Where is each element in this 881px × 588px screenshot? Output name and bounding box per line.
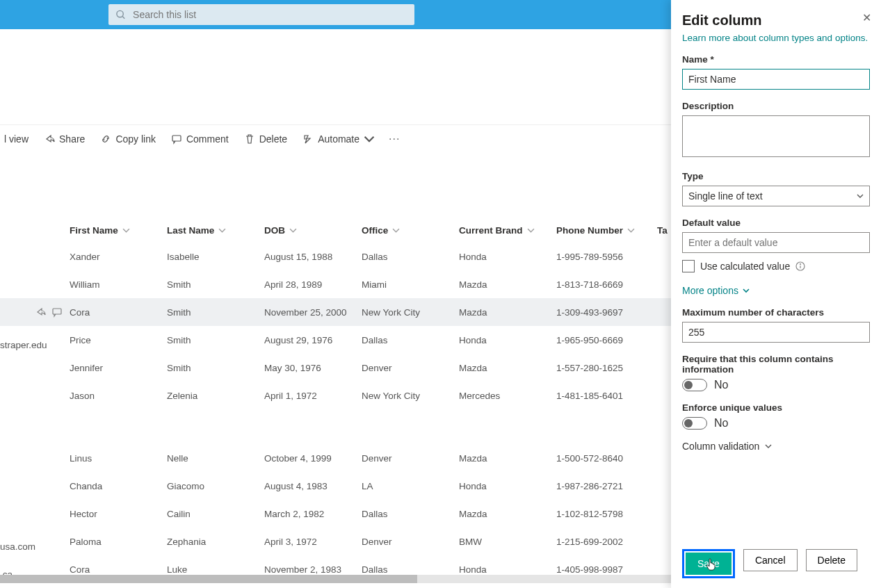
cell-brand: Honda bbox=[459, 335, 556, 345]
cell-last-name: Isabelle bbox=[167, 252, 264, 262]
row-actions bbox=[0, 307, 70, 318]
cell-first-name: Jason bbox=[70, 391, 167, 401]
comment-icon[interactable] bbox=[51, 307, 63, 318]
cell-last-name: Cailin bbox=[167, 509, 264, 519]
cell-phone: 1-557-280-1625 bbox=[556, 363, 657, 373]
cell-phone: 1-102-812-5798 bbox=[556, 509, 657, 519]
unique-toggle[interactable] bbox=[682, 417, 707, 430]
cell-brand: Honda bbox=[459, 481, 556, 491]
automate-button[interactable]: Automate bbox=[301, 131, 376, 147]
comment-icon bbox=[171, 133, 182, 145]
chevron-down-icon bbox=[122, 227, 130, 234]
chevron-down-icon bbox=[765, 443, 772, 450]
more-options-toggle[interactable]: More options bbox=[682, 285, 870, 296]
cell-first-name: Xander bbox=[70, 252, 167, 262]
copy-link-button[interactable]: Copy link bbox=[99, 131, 157, 147]
cell-dob: May 30, 1976 bbox=[264, 363, 362, 373]
cell-office: Dallas bbox=[362, 335, 459, 345]
type-label: Type bbox=[682, 171, 870, 181]
chevron-down-icon bbox=[392, 227, 400, 234]
more-actions-button[interactable]: ··· bbox=[389, 133, 400, 145]
require-state: No bbox=[714, 379, 728, 391]
cell-last-name: Zephania bbox=[167, 537, 264, 547]
col-dob[interactable]: DOB bbox=[264, 225, 362, 236]
cell-dob: March 2, 1982 bbox=[264, 509, 362, 519]
col-phone-number[interactable]: Phone Number bbox=[556, 225, 657, 236]
chevron-down-icon bbox=[218, 227, 226, 234]
share-button[interactable]: Share bbox=[42, 131, 86, 147]
cell-office: Denver bbox=[362, 453, 459, 464]
require-toggle[interactable] bbox=[682, 379, 707, 391]
save-button[interactable]: Save bbox=[686, 553, 732, 575]
search-box[interactable] bbox=[108, 4, 414, 25]
cell-last-name: Smith bbox=[167, 307, 264, 318]
name-input[interactable] bbox=[682, 69, 870, 90]
search-input[interactable] bbox=[133, 9, 407, 20]
cell-phone: 1-987-286-2721 bbox=[556, 481, 657, 491]
cell-phone: 1-995-789-5956 bbox=[556, 252, 657, 262]
delete-button[interactable]: Delete bbox=[243, 131, 289, 147]
col-first-name[interactable]: First Name bbox=[70, 225, 167, 236]
link-icon bbox=[100, 133, 111, 145]
cell-first-name: Paloma bbox=[70, 537, 167, 547]
cell-office: Dallas bbox=[362, 564, 459, 575]
svg-rect-2 bbox=[172, 136, 181, 141]
cell-first-name: Cora bbox=[70, 564, 167, 575]
chevron-down-icon bbox=[527, 227, 535, 234]
column-validation-toggle[interactable]: Column validation bbox=[682, 441, 870, 452]
chevron-down-icon bbox=[857, 193, 864, 199]
default-value-input[interactable] bbox=[682, 232, 870, 253]
use-calculated-checkbox[interactable]: Use calculated value bbox=[682, 260, 870, 272]
copy-link-label: Copy link bbox=[115, 133, 156, 145]
cell-first-name: Hector bbox=[70, 509, 167, 519]
cell-office: Denver bbox=[362, 363, 459, 373]
description-label: Description bbox=[682, 101, 870, 111]
cell-brand: Honda bbox=[459, 252, 556, 262]
comment-label: Comment bbox=[186, 133, 229, 145]
cursor-hand-icon bbox=[706, 557, 718, 571]
cell-brand: Honda bbox=[459, 564, 556, 575]
cell-last-name: Smith bbox=[167, 335, 264, 345]
require-label: Require that this column contains inform… bbox=[682, 354, 870, 375]
chevron-down-icon bbox=[289, 227, 297, 234]
svg-point-6 bbox=[800, 264, 801, 265]
max-chars-label: Maximum number of characters bbox=[682, 307, 870, 318]
panel-delete-button[interactable]: Delete bbox=[806, 549, 857, 571]
learn-more-link[interactable]: Learn more about column types and option… bbox=[682, 33, 870, 43]
delete-label: Delete bbox=[259, 133, 287, 145]
max-chars-input[interactable] bbox=[682, 322, 870, 343]
cell-brand: Mazda bbox=[459, 279, 556, 290]
search-icon bbox=[115, 9, 126, 20]
col-last-name[interactable]: Last Name bbox=[167, 225, 264, 236]
chevron-down-icon bbox=[627, 227, 635, 234]
cell-dob: April 28, 1989 bbox=[264, 279, 362, 290]
h-scrollbar-thumb[interactable] bbox=[0, 575, 417, 583]
cell-brand: Mazda bbox=[459, 509, 556, 519]
chevron-down-icon bbox=[743, 287, 750, 294]
type-select[interactable]: Single line of text bbox=[682, 186, 870, 206]
close-icon[interactable]: ✕ bbox=[862, 11, 871, 24]
comment-button[interactable]: Comment bbox=[170, 131, 230, 147]
cancel-button[interactable]: Cancel bbox=[743, 549, 798, 571]
cell-brand: BMW bbox=[459, 537, 556, 547]
description-input[interactable] bbox=[682, 115, 870, 157]
col-office[interactable]: Office bbox=[362, 225, 459, 236]
cell-first-name: Cora bbox=[70, 307, 167, 318]
email-partial: straper.edu bbox=[0, 340, 47, 350]
panel-title: Edit column bbox=[682, 13, 870, 28]
email-partial: usa.com bbox=[0, 541, 35, 552]
info-icon[interactable] bbox=[795, 261, 805, 271]
trash-icon bbox=[244, 133, 255, 145]
view-button[interactable]: l view bbox=[3, 131, 30, 147]
col-current-brand[interactable]: Current Brand bbox=[459, 225, 556, 236]
default-value-label: Default value bbox=[682, 218, 870, 228]
save-highlight: Save bbox=[682, 549, 735, 578]
share-icon[interactable] bbox=[35, 307, 46, 318]
unique-label: Enforce unique values bbox=[682, 402, 870, 413]
cell-dob: November 25, 2000 bbox=[264, 307, 362, 318]
cell-last-name: Smith bbox=[167, 363, 264, 373]
name-label: Name * bbox=[682, 54, 870, 65]
cell-office: Denver bbox=[362, 537, 459, 547]
cell-dob: October 4, 1999 bbox=[264, 453, 362, 464]
checkbox-icon bbox=[682, 260, 695, 272]
